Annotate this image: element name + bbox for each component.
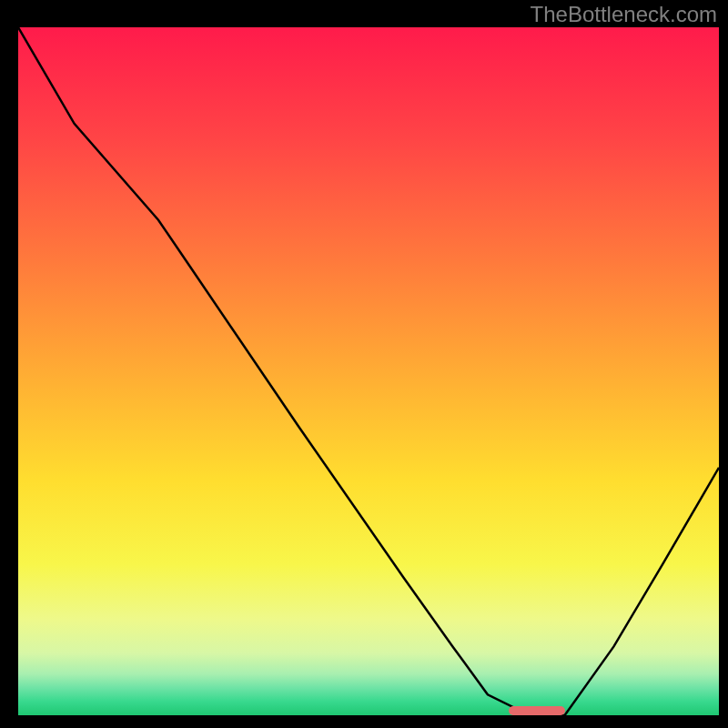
optimal-marker [509, 706, 565, 715]
bottleneck-curve [18, 27, 719, 715]
attribution-text: TheBottleneck.com [531, 2, 717, 27]
plot-area [18, 27, 719, 715]
curve-layer [18, 27, 719, 715]
chart-frame: TheBottleneck.com [0, 0, 728, 728]
